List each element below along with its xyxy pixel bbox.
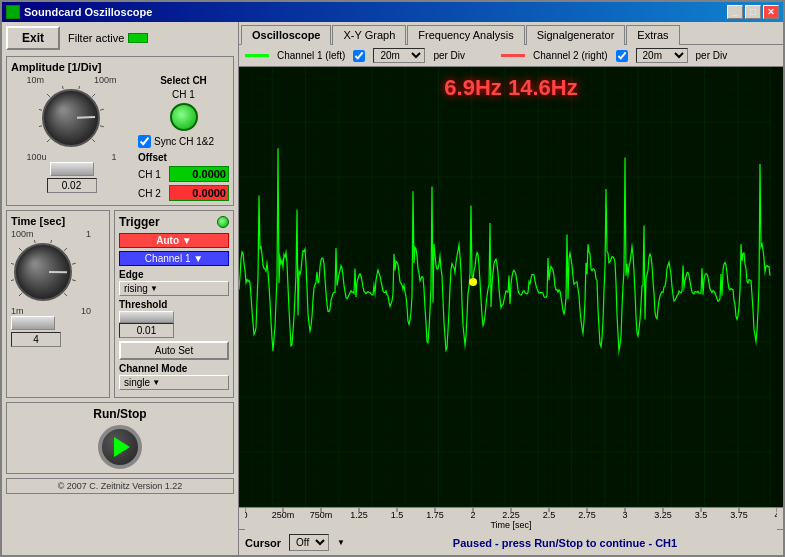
ch1-visible-checkbox[interactable] (353, 50, 365, 62)
cursor-dropdown[interactable]: OffOn (289, 534, 329, 551)
ch2-color-line (501, 54, 525, 57)
ch2-offset-label: CH 2 (138, 188, 166, 199)
offset-area: Offset CH 1 CH 2 (138, 152, 229, 201)
time-slider-knob[interactable] (11, 316, 55, 330)
ch-controls: Select CH CH 1 Sync CH 1&2 Offset CH 1 (138, 75, 229, 201)
ch1-offset-label: CH 1 (138, 169, 166, 180)
threshold-input[interactable] (119, 323, 174, 338)
run-stop-label: Run/Stop (93, 407, 146, 421)
ch2-offset-row: CH 2 (138, 185, 229, 201)
time-label: Time [sec] (11, 215, 105, 227)
tab-signal-generator[interactable]: Signalgenerator (526, 25, 626, 45)
tab-xy-graph[interactable]: X-Y Graph (332, 25, 406, 45)
edge-dropdown[interactable]: rising ▼ (119, 281, 229, 296)
channel-bar: Channel 1 (left) 20m50m100m per Div Chan… (239, 45, 783, 67)
edge-value: rising (124, 283, 148, 294)
run-stop-section: Run/Stop (6, 402, 234, 474)
select-ch-area: Select CH CH 1 (138, 75, 229, 131)
bottom-bar: Cursor OffOn ▼ Paused - press Run/Stop t… (239, 529, 783, 555)
left-panel: Exit Filter active Amplitude [1/Div] 10m… (2, 22, 239, 555)
amplitude-label: Amplitude [1/Div] (11, 61, 229, 73)
ch1-bar-label: Channel 1 (left) (277, 50, 345, 61)
ch2-bar-label: Channel 2 (right) (533, 50, 607, 61)
threshold-label: Threshold (119, 299, 229, 310)
trigger-auto-label: Auto (156, 235, 179, 246)
ch2-perdiv-select[interactable]: 20m50m100m (636, 48, 688, 63)
tab-extras[interactable]: Extras (626, 25, 679, 45)
top-controls: Exit Filter active (6, 26, 234, 50)
threshold-slider (119, 311, 229, 323)
trigger-auto-button[interactable]: Auto ▼ (119, 233, 229, 248)
amplitude-slider (50, 162, 94, 176)
amplitude-knob[interactable] (39, 86, 104, 151)
trigger-channel-button[interactable]: Channel 1 ▼ (119, 251, 229, 266)
main-content: Exit Filter active Amplitude [1/Div] 10m… (2, 22, 783, 555)
channel-mode-value: single (124, 377, 150, 388)
time-1m: 1m (11, 306, 24, 316)
time-top-labels: 100m 1 (11, 229, 91, 239)
edge-label: Edge (119, 269, 229, 280)
run-stop-button[interactable] (98, 425, 142, 469)
amplitude-top-labels: 10m 100m (27, 75, 117, 85)
threshold-slider-knob[interactable] (119, 311, 174, 323)
time-trigger-row: Time [sec] 100m 1 1m 10 (6, 210, 234, 398)
trigger-led (217, 216, 229, 228)
trigger-header: Trigger (119, 215, 229, 229)
cursor-arrow-icon: ▼ (337, 538, 345, 547)
offset-label: Offset (138, 152, 229, 163)
tab-frequency-analysis[interactable]: Frequency Analysis (407, 25, 524, 45)
filter-active-indicator: Filter active (68, 32, 148, 44)
ch1-perdiv-select[interactable]: 20m50m100m (373, 48, 425, 63)
auto-set-button[interactable]: Auto Set (119, 341, 229, 360)
tab-oscilloscope[interactable]: Oscilloscope (241, 25, 331, 45)
right-panel: Oscilloscope X-Y Graph Frequency Analysi… (239, 22, 783, 555)
ch1-offset-row: CH 1 (138, 166, 229, 182)
amp-label-10m: 10m (27, 75, 45, 85)
time-slider (11, 316, 105, 330)
window-title: Soundcard Oszilloscope (24, 6, 727, 18)
sync-checkbox[interactable] (138, 135, 151, 148)
amplitude-value-input[interactable] (47, 178, 97, 193)
time-section: Time [sec] 100m 1 1m 10 (6, 210, 110, 398)
trigger-section: Trigger Auto ▼ Channel 1 ▼ Edge rising (114, 210, 234, 398)
filter-active-label: Filter active (68, 32, 124, 44)
channel-mode-label: Channel Mode (119, 363, 229, 374)
edge-arrow-icon: ▼ (150, 284, 158, 293)
amplitude-knob-area: 10m 100m 100u 1 (11, 75, 132, 201)
amplitude-controls: 10m 100m 100u 1 (11, 75, 229, 201)
amp-label-1: 1 (111, 152, 116, 162)
exit-button[interactable]: Exit (6, 26, 60, 50)
minimize-button[interactable]: _ (727, 5, 743, 19)
time-100m: 100m (11, 229, 34, 239)
channel-mode-dropdown[interactable]: single ▼ (119, 375, 229, 390)
play-icon (114, 437, 130, 457)
ch2-visible-checkbox[interactable] (616, 50, 628, 62)
sync-label: Sync CH 1&2 (154, 136, 214, 147)
ch1-indicator-led[interactable] (170, 103, 198, 131)
amplitude-section: Amplitude [1/Div] 10m 100m 100u 1 (6, 56, 234, 206)
time-bottom-labels: 1m 10 (11, 306, 91, 316)
time-axis (239, 507, 783, 529)
amplitude-bottom-labels: 100u 1 (27, 152, 117, 162)
scope-display[interactable]: 6.9Hz 14.6Hz (239, 67, 783, 507)
maximize-button[interactable]: □ (745, 5, 761, 19)
time-axis-canvas (245, 508, 777, 530)
select-ch-label: Select CH (160, 75, 207, 86)
amp-label-100m: 100m (94, 75, 117, 85)
copyright-text: © 2007 C. Zeitnitz Version 1.22 (58, 481, 183, 491)
time-knob[interactable] (11, 240, 76, 305)
close-button[interactable]: ✕ (763, 5, 779, 19)
trigger-auto-arrow: ▼ (182, 235, 192, 246)
ch2-offset-input[interactable] (169, 185, 229, 201)
amplitude-slider-knob[interactable] (50, 162, 94, 176)
copyright-bar: © 2007 C. Zeitnitz Version 1.22 (6, 478, 234, 494)
ch1-perdiv-label: per Div (433, 50, 465, 61)
time-value-input[interactable] (11, 332, 61, 347)
trigger-title: Trigger (119, 215, 160, 229)
cursor-label: Cursor (245, 537, 281, 549)
sync-row: Sync CH 1&2 (138, 135, 229, 148)
ch1-color-line (245, 54, 269, 57)
title-buttons: _ □ ✕ (727, 5, 779, 19)
ch1-offset-input[interactable] (169, 166, 229, 182)
tabs-bar: Oscilloscope X-Y Graph Frequency Analysi… (239, 22, 783, 45)
